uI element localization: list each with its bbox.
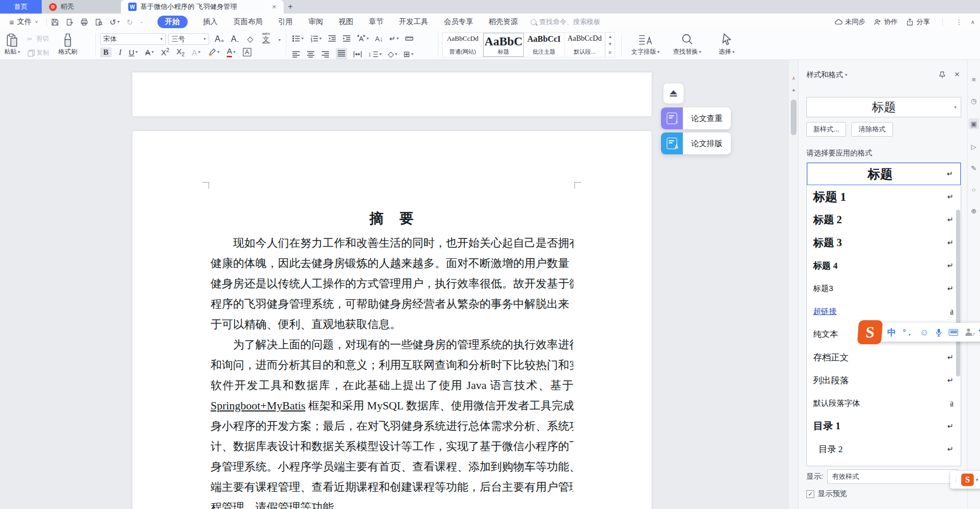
style-item-default-font[interactable]: 默认段落字体 a [807, 392, 961, 415]
previous-page-icon[interactable]: ∧ [789, 76, 799, 81]
menu-tab-section[interactable]: 章节 [369, 17, 384, 27]
style-item-title[interactable]: 标题 ↵ [807, 163, 961, 185]
doc-line[interactable]: 计、数据库表设计和数据关系模型设计等工作，实现了基于微信小程序的飞羽健 [211, 437, 573, 457]
subscript-button[interactable]: X2 [177, 47, 185, 57]
page-current[interactable]: 摘 要 现如今人们在努力工作和改善生活的同时，也开始关心起自己是否拥有一个 健康… [132, 131, 652, 509]
more-commands-icon[interactable]: ⌄ [140, 20, 144, 24]
find-replace-button[interactable]: 查找替换▾ [668, 32, 706, 56]
page-previous-bottom[interactable] [132, 72, 652, 116]
current-style-select[interactable]: 标题 ▾ [806, 97, 961, 117]
chevron-down-icon[interactable]: ▾ [117, 20, 120, 24]
menu-tab-devtools[interactable]: 开发工具 [399, 17, 428, 27]
paste-button[interactable]: 粘贴▾ [4, 32, 20, 56]
clear-format-button[interactable]: ◇ [247, 34, 253, 44]
document-body[interactable]: 现如今人们在努力工作和改善生活的同时，也开始关心起自己是否拥有一个 健康的体魄，… [211, 233, 573, 509]
collaborate-button[interactable]: 协作 [874, 17, 898, 27]
cut-button[interactable]: ✂ 剪切 [27, 34, 49, 43]
show-filter-select[interactable]: 有效样式 [827, 469, 958, 484]
phonetic-guide-button[interactable]: wén 文 [262, 32, 270, 43]
scrollbar-thumb[interactable] [956, 210, 960, 377]
font-family-select[interactable]: 宋体▾ [100, 33, 166, 45]
text-highlight-color-button[interactable]: ▾ [208, 48, 220, 56]
decrease-indent-icon[interactable] [328, 34, 336, 43]
strip-play-icon[interactable]: ▷ [971, 143, 976, 151]
paper-check-button[interactable]: ⌕ 论文查重 [661, 107, 731, 129]
copy-button[interactable]: 复制 [27, 49, 49, 57]
close-tab-icon[interactable]: × [272, 3, 276, 11]
style-item-heading2[interactable]: 标题 2 ↵ [807, 208, 961, 231]
text-layout-button[interactable]: 文字排版▾ [627, 32, 664, 56]
save-icon[interactable] [51, 18, 59, 26]
ime-mic-icon[interactable] [936, 328, 942, 337]
tab-docer[interactable]: D 稻壳 [42, 0, 121, 14]
tab-home[interactable]: 首页 [0, 0, 42, 14]
document-title[interactable]: 摘 要 [132, 209, 652, 228]
ime-mode-icon[interactable]: 中 [887, 328, 896, 337]
chevron-down-icon[interactable]: ▾ [278, 38, 281, 42]
collapse-ribbon-icon[interactable]: ∧ [971, 19, 975, 26]
shading-button[interactable]: ◇▾ [388, 50, 397, 59]
sogou-logo-icon[interactable]: S [961, 474, 974, 486]
menu-tab-insert[interactable]: 插入 [203, 17, 218, 27]
gallery-more-icon[interactable]: ≡ [609, 50, 612, 55]
style-list-scrollbar[interactable] [956, 164, 960, 465]
doc-line[interactable]: 现如今人们在努力工作和改善生活的同时，也开始关心起自己是否拥有一个 [211, 233, 573, 253]
ime-account-icon[interactable]: 17 [965, 329, 972, 336]
doc-line[interactable]: 和询问，进而分析其目的和意义；利用互联网查询和分析时下比较热门和实用的 [211, 355, 573, 375]
character-border-button[interactable]: A [243, 48, 251, 56]
doc-line[interactable]: 健身房还是以传统人工操作的方式管理用户，执行效率很低。故开发基于微信小 [211, 274, 573, 294]
style-item-heading4[interactable]: 标题 4 ↵ [807, 254, 961, 277]
style-preset-title[interactable]: AaBbC 标题 [483, 33, 524, 57]
doc-line[interactable]: Springboot+MyBatis 框架和采用 MySQL 数据库、使用微信开… [211, 396, 573, 416]
font-color-button[interactable]: A▾ [227, 47, 236, 57]
strip-circle-icon[interactable]: ○ [972, 186, 976, 193]
align-center-icon[interactable] [307, 50, 315, 58]
print-preview-icon[interactable] [95, 18, 103, 26]
style-item-toc1[interactable]: 目录 1 ↵ [807, 415, 961, 438]
style-preset-default-paragraph[interactable]: AaBbCcDd 默认段... [565, 33, 605, 57]
style-item-toc2[interactable]: 目录 2 ↵ [807, 438, 961, 460]
character-scale-button[interactable]: ▾ [357, 34, 369, 43]
scroll-up-icon[interactable]: ▲ [789, 87, 799, 92]
justify-button[interactable] [336, 48, 347, 60]
sogou-ime-toolbar[interactable]: S 中 °， ☺ 17 [861, 323, 980, 342]
collapse-paper-tools-button[interactable] [663, 83, 684, 104]
strip-history-icon[interactable]: ◷ [971, 97, 976, 105]
redo-icon[interactable]: ↻ [126, 18, 133, 26]
document-scrollbar[interactable]: ∧ ▲ [788, 60, 798, 509]
menu-tab-references[interactable]: 引用 [278, 17, 293, 27]
tab-document[interactable]: W 基于微信小程序的 飞羽健身管理 × [121, 0, 284, 14]
new-style-button[interactable]: 新样式... [806, 122, 846, 137]
align-right-icon[interactable] [321, 50, 329, 58]
sync-status[interactable]: 未同步 [835, 17, 865, 27]
italic-button[interactable]: I [119, 48, 121, 57]
menu-tab-view[interactable]: 视图 [339, 17, 353, 27]
style-preset-comment-subject[interactable]: AaBbCcI 批注主题 [524, 33, 565, 57]
style-item-heading3[interactable]: 标题 3 ↵ [807, 231, 961, 254]
style-item-heading3-plain[interactable]: 标题3 ↵ [807, 277, 961, 300]
doc-line[interactable]: 端主要有课程管理、查看近期课程和创建课程等功能，后台主要有用户管理、课 [211, 477, 573, 498]
ime-keyboard-icon[interactable] [949, 329, 959, 336]
doc-line[interactable]: 身管理系统。小程序学员端主要有首页、查看课程、添加到购物车等功能、教练 [211, 457, 573, 477]
numbered-list-button[interactable]: ▾ [310, 34, 322, 43]
sort-button[interactable]: A↓ [375, 35, 383, 43]
doc-line[interactable]: 软件开发工具和数据库，在此基础上提出了使用 Java 语言技术、基于 [211, 375, 573, 396]
show-preview-checkbox[interactable]: ✓ [806, 490, 814, 498]
strip-pen-icon[interactable]: ✎ [971, 164, 977, 172]
sogou-logo-icon[interactable]: S [857, 320, 883, 344]
ime-emoji-icon[interactable]: ☺ [920, 328, 929, 337]
style-item-archive-body[interactable]: 存档正文 ↵ [807, 346, 961, 369]
doc-line[interactable]: 于可以精确、便利、直观地获取信息。 [211, 314, 573, 335]
menu-tab-review[interactable]: 审阅 [309, 17, 323, 27]
share-button[interactable]: 分享 [906, 17, 930, 27]
kebab-menu-icon[interactable]: ⋮ [956, 18, 962, 26]
strip-styles-icon[interactable]: ▣ [969, 118, 979, 129]
paper-layout-button[interactable]: A 论文排版 [661, 132, 731, 154]
gallery-down-icon[interactable]: ▼ [608, 42, 612, 46]
style-item-hyperlink[interactable]: 超链接 a [807, 300, 961, 323]
strip-add-icon[interactable]: ⊕ [971, 207, 977, 215]
select-button[interactable]: 选择▾ [712, 32, 741, 56]
highlight-button[interactable]: A▾ [192, 48, 201, 57]
strip-menu-icon[interactable]: ≡ [972, 76, 976, 83]
close-panel-icon[interactable]: × [954, 69, 960, 80]
